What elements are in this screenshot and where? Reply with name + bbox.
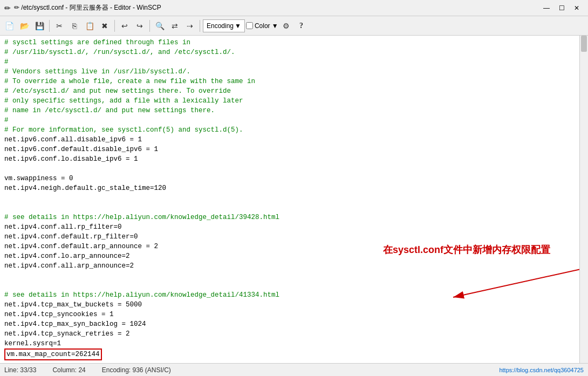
code-line: # /etc/sysctl.d/ and put new settings th… (4, 86, 585, 96)
status-link[interactable]: https://blog.csdn.net/qq3604725 (499, 367, 584, 373)
code-line: # see details in https://help.aliyun.com… (4, 290, 585, 300)
encoding-label: Encoding (207, 22, 234, 30)
code-line: net.ipv4.conf.lo.arp_announce=2 (4, 251, 585, 261)
find-button[interactable]: 🔍 (153, 19, 167, 33)
code-line: # sysctl settings are defined through fi… (4, 38, 585, 47)
code-line: vm.max_map_count=262144 (4, 348, 585, 360)
status-left: Line: 33/33 Column: 24 Encoding: 936 (AN… (4, 366, 171, 374)
code-line: net.ipv4.neigh.default.gc_stale_time=120 (4, 183, 585, 193)
code-line: net.ipv4.conf.all.rp_filter=0 (4, 222, 585, 232)
maximize-button[interactable]: ☐ (555, 3, 569, 13)
cut-button[interactable]: ✂ (52, 19, 66, 33)
code-line (4, 203, 585, 213)
code-line (4, 281, 585, 290)
code-line: net.ipv4.tcp_max_tw_buckets = 5000 (4, 300, 585, 310)
color-label: Color (255, 22, 270, 30)
code-line: # To override a whole file, create a new… (4, 77, 585, 86)
title-bar: ✏ ✏ /etc/sysctl.conf - 阿里云服务器 - Editor -… (0, 0, 588, 16)
color-chevron: ▼ (272, 22, 278, 30)
code-line: # For more information, see sysctl.conf(… (4, 125, 585, 135)
encoding-dropdown[interactable]: Encoding ▼ (203, 19, 245, 32)
encoding-chevron: ▼ (235, 22, 241, 30)
delete-button[interactable]: ✖ (98, 19, 112, 33)
paste-button[interactable]: 📋 (83, 19, 97, 33)
help-button[interactable]: ? (295, 19, 309, 33)
undo-button[interactable]: ↩ (118, 19, 132, 33)
code-line: kernel.sysrq=1 (4, 339, 585, 348)
toolbar: 📄 📂 💾 ✂ ⎘ 📋 ✖ ↩ ↪ 🔍 ⇄ ⇢ Encoding ▼ Color… (0, 16, 588, 36)
code-line: net.ipv4.conf.default.rp_filter=0 (4, 232, 585, 242)
code-line: vm.swappiness = 0 (4, 174, 585, 183)
vertical-scrollbar[interactable] (579, 36, 588, 363)
editor-container: # sysctl settings are defined through fi… (0, 36, 588, 363)
minimize-button[interactable]: — (539, 3, 553, 13)
active-line-box: vm.max_map_count=262144 (4, 348, 102, 360)
code-line (4, 193, 585, 203)
code-line: net.ipv4.tcp_syncookies = 1 (4, 310, 585, 319)
code-line: # only specific settings, add a file wit… (4, 96, 585, 106)
copy-button[interactable]: ⎘ (67, 19, 81, 33)
title-bar-controls: — ☐ ✕ (539, 3, 584, 13)
sep1 (49, 20, 50, 32)
code-line: # Vendors settings live in /usr/lib/sysc… (4, 67, 585, 77)
window-title: ✏ /etc/sysctl.conf - 阿里云服务器 - Editor - W… (14, 3, 161, 12)
sep4 (200, 20, 200, 32)
sep3 (149, 20, 150, 32)
color-checkbox[interactable] (246, 22, 253, 29)
code-line: net.ipv4.tcp_synack_retries = 2 (4, 329, 585, 339)
save-button[interactable]: 💾 (32, 19, 46, 33)
code-line: net.ipv6.conf.default.disable_ipv6 = 1 (4, 145, 585, 154)
code-line: # (4, 115, 585, 125)
code-line: net.ipv4.tcp_max_syn_backlog = 1024 (4, 319, 585, 329)
code-line: net.ipv4.conf.all.arp_announce=2 (4, 261, 585, 271)
status-column: Column: 24 (52, 366, 85, 374)
color-checkbox-group: Color ▼ (246, 22, 278, 30)
goto-button[interactable]: ⇢ (183, 19, 197, 33)
code-line: net.ipv4.conf.default.arp_announce = 2 (4, 242, 585, 251)
code-line: # see details in https://help.aliyun.com… (4, 213, 585, 222)
status-line: Line: 33/33 (4, 366, 36, 374)
sep2 (114, 20, 115, 32)
editor-content[interactable]: # sysctl settings are defined through fi… (0, 36, 588, 363)
code-line: # name in /etc/sysctl.d/ and put new set… (4, 106, 585, 115)
scrollbar-thumb[interactable] (581, 36, 587, 52)
status-encoding: Encoding: 936 (ANSI/C) (102, 366, 171, 374)
app-icon: ✏ (4, 4, 11, 12)
settings-button[interactable]: ⚙ (279, 19, 293, 33)
redo-button[interactable]: ↪ (133, 19, 147, 33)
open-button[interactable]: 📂 (17, 19, 31, 33)
code-line: net.ipv6.conf.lo.disable_ipv6 = 1 (4, 154, 585, 164)
replace-button[interactable]: ⇄ (168, 19, 182, 33)
status-bar: Line: 33/33 Column: 24 Encoding: 936 (AN… (0, 363, 588, 376)
code-line (4, 164, 585, 174)
code-line (4, 271, 585, 281)
title-bar-left: ✏ ✏ /etc/sysctl.conf - 阿里云服务器 - Editor -… (4, 3, 161, 12)
code-line: # (4, 57, 585, 67)
code-line: net.ipv6.conf.all.disable_ipv6 = 1 (4, 135, 585, 145)
code-line: # /usr/lib/sysctl.d/, /run/sysctl.d/, an… (4, 47, 585, 57)
close-button[interactable]: ✕ (570, 3, 584, 13)
new-button[interactable]: 📄 (2, 19, 16, 33)
